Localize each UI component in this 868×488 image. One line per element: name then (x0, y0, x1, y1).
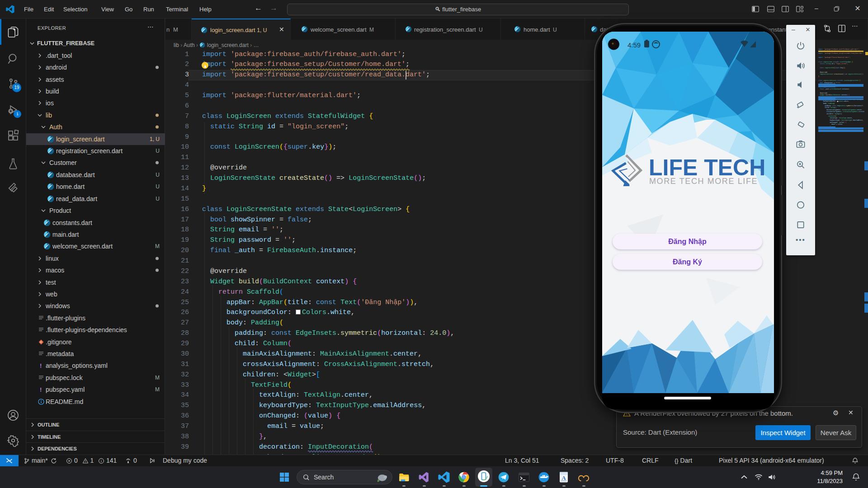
svg-text:!: ! (40, 386, 42, 393)
svg-text:!: ! (40, 362, 42, 369)
svg-text:4:59: 4:59 (627, 41, 641, 49)
svg-text:A: A (561, 474, 566, 481)
svg-text:MORE TECH MORE LIFE: MORE TECH MORE LIFE (649, 177, 758, 186)
